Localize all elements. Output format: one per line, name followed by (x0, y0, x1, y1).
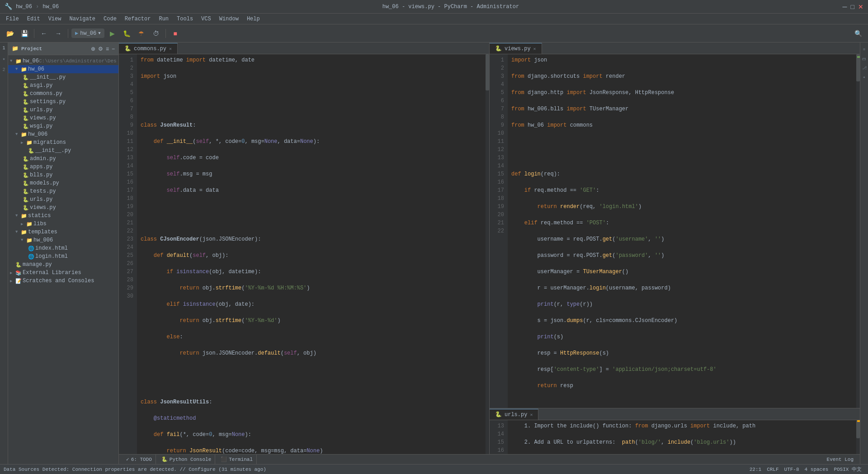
collapse-all[interactable]: − (112, 46, 115, 52)
tree-item-statics[interactable]: ▼ 📁 statics (8, 212, 118, 220)
rs-git-icon[interactable]: ⎇ (861, 64, 868, 71)
run-with-coverage[interactable]: ☂ (135, 27, 148, 40)
tree-label-libs: libs (33, 221, 47, 227)
cursor-position[interactable]: 22:1 (747, 467, 764, 472)
stop-button[interactable]: ■ (169, 27, 182, 40)
tree-item-settings[interactable]: 🐍 settings.py (8, 98, 118, 106)
tree-item-login[interactable]: 🌐 login.html (8, 252, 118, 261)
tree-path-hw06: C:\Users\Administrator\Des (39, 58, 117, 64)
rs-database-icon[interactable]: 🗃 (861, 55, 868, 62)
tab-python-console[interactable]: 🐍 Python Console (158, 455, 215, 464)
add-content-root[interactable]: ⊕ (91, 46, 95, 52)
project-options[interactable]: ≡ (106, 46, 109, 52)
tree-item-scratches[interactable]: ▶ 📝 Scratches and Consoles (8, 277, 118, 285)
activity-fav[interactable]: ★ (0, 55, 8, 62)
tree-item-init[interactable]: 🐍 __init__.py (8, 73, 118, 81)
profile-button[interactable]: ⏱ (150, 27, 162, 40)
indent-size[interactable]: 4 spaces (802, 467, 831, 472)
tree-item-hw006-templates[interactable]: ▼ 📁 hw_006 (8, 236, 118, 244)
tree-arrow-hw006: ▼ (15, 132, 21, 137)
debug-button[interactable]: 🐛 (121, 27, 133, 40)
tree-arrow-statics: ▼ (15, 213, 21, 218)
tree-item-commons[interactable]: 🐍 commons.py (8, 90, 118, 98)
tree-item-ext-libs[interactable]: ▶ 📚 External Libraries (8, 269, 118, 277)
close-button[interactable]: ✕ (858, 3, 863, 10)
tree-item-tests[interactable]: 🐍 tests.py (8, 187, 118, 195)
menu-tools[interactable]: Tools (173, 15, 197, 23)
left-code-area[interactable]: 12345 678910 1112131415 1617181920 21222… (119, 54, 489, 454)
minimize-button[interactable]: ─ (843, 3, 847, 10)
tab-views-py[interactable]: 🐍 views.py ✕ (490, 43, 542, 54)
tree-item-asgi[interactable]: 🐍 asgi.py (8, 81, 118, 90)
menu-vcs[interactable]: VCS (198, 15, 215, 23)
menu-refactor[interactable]: Refactor (121, 15, 155, 23)
project-settings[interactable]: ⚙ (98, 46, 103, 52)
event-log[interactable]: Event Log (824, 457, 856, 462)
tab-todo[interactable]: ✓ 6: TODO (123, 455, 156, 464)
tab-commons-close[interactable]: ✕ (169, 46, 172, 52)
folder-hw006tmpl-icon: 📁 (26, 237, 33, 243)
menu-edit[interactable]: Edit (24, 15, 44, 23)
editors-container: 🐍 commons.py ✕ 12345 678910 1112131415 1… (119, 43, 860, 454)
tree-item-hw006[interactable]: ▼ 📁 hw_006 (8, 130, 118, 138)
menu-code[interactable]: Code (100, 15, 120, 23)
tab-terminal[interactable]: ⬛ Terminal (217, 455, 257, 464)
file-views-hw06-icon: 🐍 (23, 115, 30, 121)
tree-item-urls-hw06[interactable]: 🐍 urls.py (8, 106, 118, 114)
left-code-content[interactable]: from datetime import datetime, date impo… (137, 54, 486, 454)
tab-commons-py[interactable]: 🐍 commons.py ✕ (119, 43, 178, 54)
tree-item-wsgi[interactable]: 🐍 wsgi.py (8, 122, 118, 130)
line-ending[interactable]: CRLF (764, 467, 781, 472)
tree-item-admin[interactable]: 🐍 admin.py (8, 155, 118, 163)
encoding[interactable]: UTF-8 (782, 467, 802, 472)
toolbar-open-file[interactable]: 📂 (4, 27, 16, 40)
tab-views-close[interactable]: ✕ (533, 46, 536, 52)
activity-struct[interactable]: 2 (0, 66, 8, 73)
tab-urls-py[interactable]: 🐍 urls.py ✕ (490, 409, 538, 420)
search-everywhere[interactable]: 🔍 (852, 27, 864, 40)
tree-item-index[interactable]: 🌐 index.html (8, 244, 118, 252)
tree-item-libs[interactable]: ▶ 📁 libs (8, 220, 118, 228)
tree-item-views-hw006[interactable]: 🐍 views.py (8, 204, 118, 212)
tree-item-init2[interactable]: 🐍 __init__.py (8, 147, 118, 155)
tree-item-urls-hw006[interactable]: 🐍 urls.py (8, 195, 118, 204)
rs-structure-icon[interactable]: ≡ (861, 46, 868, 53)
tree-item-hw06-folder[interactable]: ▼ 📁 hw_06 (8, 65, 118, 73)
rs-favorites-icon[interactable]: ★ (861, 73, 868, 81)
right-bottom-code-content[interactable]: 1. Import the include() function: from d… (508, 420, 856, 454)
menu-navigate[interactable]: Navigate (66, 15, 99, 23)
menu-run[interactable]: Run (155, 15, 172, 23)
toolbar-forward[interactable]: → (52, 27, 65, 40)
activity-project[interactable]: 1 (0, 44, 8, 52)
terminal-icon: ⬛ (221, 456, 227, 462)
menu-file[interactable]: File (2, 15, 23, 23)
tab-urls-close[interactable]: ✕ (530, 412, 533, 417)
tree-item-manage[interactable]: 🐍 manage.py (8, 261, 118, 269)
scratches-icon: 📝 (15, 278, 23, 284)
toolbar-save[interactable]: 💾 (18, 27, 31, 40)
left-scrollbar[interactable] (486, 54, 489, 454)
right-bottom-code-area[interactable]: 1314151617 1819202122 2324 1. Import the… (490, 420, 860, 454)
toolbar-back[interactable]: ← (38, 27, 50, 40)
menu-help[interactable]: Help (243, 15, 264, 23)
menu-view[interactable]: View (45, 15, 65, 23)
tree-item-models[interactable]: 🐍 models.py (8, 179, 118, 187)
run-config-selector[interactable]: ▶ hw_06 ▼ (71, 28, 104, 38)
file-manage-icon: 🐍 (15, 262, 23, 268)
tree-root-hw06[interactable]: ▼ 📁 hw_06 C:\Users\Administrator\Des (8, 57, 118, 65)
maximize-button[interactable]: □ (851, 3, 854, 10)
right-top-code-content[interactable]: import json from django.shortcuts import… (508, 54, 856, 408)
menu-window[interactable]: Window (216, 15, 242, 23)
activity-bar: 1 ★ 2 (0, 43, 8, 464)
right-bottom-scrollbar[interactable] (856, 420, 860, 454)
tree-item-apps[interactable]: 🐍 apps.py (8, 163, 118, 171)
tree-item-views-hw06[interactable]: 🐍 views.py (8, 114, 118, 122)
title-bar-left: 🔧 hw_06 › hw_06 (5, 3, 59, 10)
right-top-scrollbar[interactable] (856, 54, 860, 408)
tree-item-migrations[interactable]: ▶ 📁 migrations (8, 138, 118, 147)
run-button[interactable]: ▶ (106, 27, 119, 40)
tree-item-blls[interactable]: 🐍 blls.py (8, 171, 118, 179)
file-urls-hw006-icon: 🐍 (23, 197, 30, 203)
tree-item-templates[interactable]: ▼ 📁 templates (8, 228, 118, 236)
right-top-code-area[interactable]: 12345 678910 1112131415 1617181920 2122 … (490, 54, 860, 408)
